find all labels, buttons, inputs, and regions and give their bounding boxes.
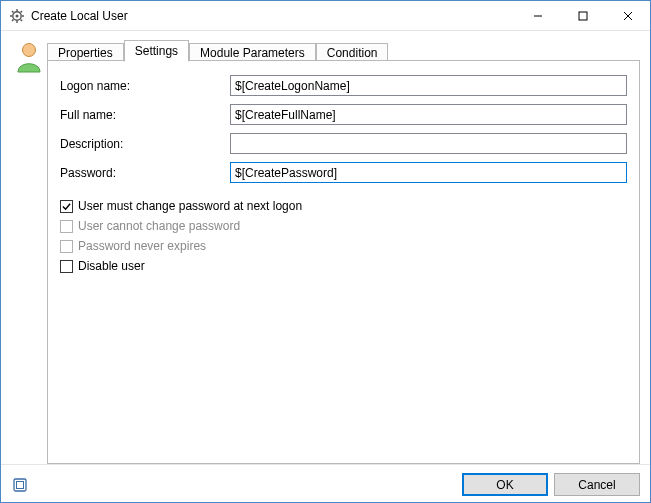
left-icon-column bbox=[11, 39, 47, 464]
tab-settings[interactable]: Settings bbox=[124, 40, 189, 62]
cancel-button[interactable]: Cancel bbox=[554, 473, 640, 496]
label-cannot-change: User cannot change password bbox=[78, 219, 240, 233]
label-logon-name: Logon name: bbox=[60, 79, 230, 93]
svg-line-7 bbox=[12, 19, 14, 21]
row-password: Password: bbox=[60, 162, 627, 183]
label-password: Password: bbox=[60, 166, 230, 180]
tab-strip: Properties Settings Module Parameters Co… bbox=[47, 39, 640, 61]
tab-page-settings: Logon name: Full name: Description: Pass… bbox=[47, 60, 640, 464]
ok-button[interactable]: OK bbox=[462, 473, 548, 496]
checkbox-never-expires bbox=[60, 240, 73, 253]
main-column: Properties Settings Module Parameters Co… bbox=[47, 39, 640, 464]
label-must-change: User must change password at next logon bbox=[78, 199, 302, 213]
label-disable-user: Disable user bbox=[78, 259, 145, 273]
help-icon[interactable] bbox=[11, 476, 29, 494]
svg-point-9 bbox=[16, 14, 19, 17]
svg-rect-11 bbox=[579, 12, 587, 20]
svg-rect-15 bbox=[14, 479, 26, 491]
window-title: Create Local User bbox=[31, 9, 128, 23]
label-full-name: Full name: bbox=[60, 108, 230, 122]
label-never-expires: Password never expires bbox=[78, 239, 206, 253]
titlebar: Create Local User bbox=[1, 1, 650, 31]
checkbox-cannot-change bbox=[60, 220, 73, 233]
input-logon-name[interactable] bbox=[230, 75, 627, 96]
svg-line-5 bbox=[12, 11, 14, 13]
row-full-name: Full name: bbox=[60, 104, 627, 125]
svg-line-6 bbox=[21, 19, 23, 21]
label-description: Description: bbox=[60, 137, 230, 151]
row-logon-name: Logon name: bbox=[60, 75, 627, 96]
gear-icon bbox=[9, 8, 25, 24]
row-description: Description: bbox=[60, 133, 627, 154]
user-icon bbox=[15, 41, 43, 76]
check-never-expires: Password never expires bbox=[60, 239, 627, 253]
input-full-name[interactable] bbox=[230, 104, 627, 125]
svg-rect-16 bbox=[17, 481, 24, 488]
check-cannot-change: User cannot change password bbox=[60, 219, 627, 233]
check-disable-user[interactable]: Disable user bbox=[60, 259, 627, 273]
input-password[interactable] bbox=[230, 162, 627, 183]
check-must-change[interactable]: User must change password at next logon bbox=[60, 199, 627, 213]
tab-strip-filler bbox=[388, 39, 640, 61]
svg-line-8 bbox=[21, 11, 23, 13]
checkbox-must-change[interactable] bbox=[60, 200, 73, 213]
checkbox-disable-user[interactable] bbox=[60, 260, 73, 273]
footer: OK Cancel bbox=[1, 464, 650, 503]
close-button[interactable] bbox=[605, 1, 650, 30]
svg-point-14 bbox=[23, 44, 36, 57]
minimize-button[interactable] bbox=[515, 1, 560, 30]
input-description[interactable] bbox=[230, 133, 627, 154]
client-area: Properties Settings Module Parameters Co… bbox=[1, 31, 650, 464]
maximize-button[interactable] bbox=[560, 1, 605, 30]
